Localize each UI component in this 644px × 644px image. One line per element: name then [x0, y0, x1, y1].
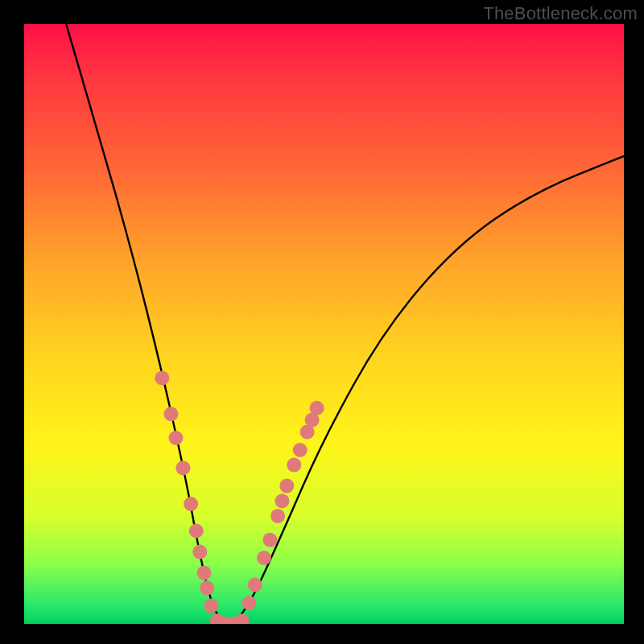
highlight-dot: [169, 431, 184, 445]
highlight-dot: [234, 613, 249, 624]
highlight-dot: [262, 533, 277, 547]
highlight-dot: [270, 509, 285, 523]
highlight-dot: [175, 460, 190, 475]
highlight-dot: [192, 545, 207, 559]
plot-area: [24, 24, 624, 624]
highlight-dot: [242, 596, 256, 610]
highlight-dot: [310, 401, 324, 415]
highlight-dot: [184, 497, 198, 511]
highlight-dot: [275, 493, 289, 508]
highlight-dot: [164, 407, 179, 421]
watermark-text: TheBottleneck.com: [483, 3, 638, 24]
highlight-dot: [200, 580, 214, 595]
chart-svg: [24, 24, 624, 624]
highlight-dot: [257, 551, 271, 565]
chart-stage: TheBottleneck.com: [0, 0, 644, 644]
highlight-dot: [279, 479, 294, 493]
highlight-dot: [287, 458, 301, 473]
highlight-dot: [248, 578, 262, 592]
highlight-dot: [189, 524, 204, 539]
highlight-dot: [155, 371, 169, 386]
bottleneck-curve: [66, 24, 624, 624]
highlight-dot: [197, 566, 212, 580]
highlight-dot: [293, 443, 308, 457]
highlight-dot: [204, 599, 218, 613]
